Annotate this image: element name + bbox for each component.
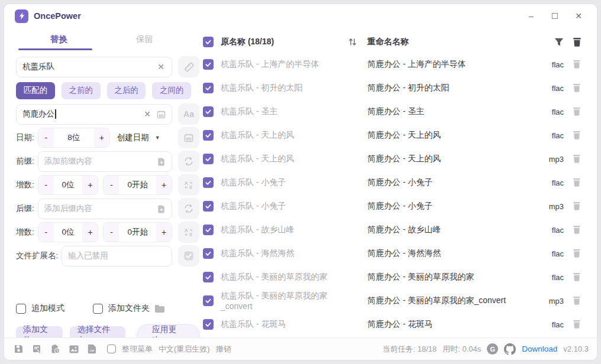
- original-name: 杭盖乐队 - 美丽的草原我的家_convert: [221, 291, 347, 311]
- delete-row-icon[interactable]: [564, 249, 590, 258]
- row-checkbox[interactable]: [203, 225, 214, 235]
- plus-button[interactable]: +: [156, 176, 172, 194]
- date-type-dropdown[interactable]: 创建日期 ▼: [117, 132, 160, 143]
- suffix-input[interactable]: 添加后缀内容: [38, 199, 172, 219]
- increment2-start-stepper: - 0开始 +: [103, 222, 172, 242]
- delete-row-icon[interactable]: [564, 272, 590, 282]
- close-button[interactable]: ✕: [571, 8, 586, 24]
- row-checkbox[interactable]: [203, 154, 214, 164]
- number-sequence-icon-button[interactable]: A0: [178, 174, 199, 196]
- row-checkbox[interactable]: [203, 177, 214, 188]
- delete-row-icon[interactable]: [564, 225, 590, 235]
- file-extension: flac: [533, 226, 564, 235]
- github-icon[interactable]: [504, 343, 516, 355]
- mode-between-button[interactable]: 之间的: [152, 82, 191, 99]
- history-icon[interactable]: [50, 344, 60, 354]
- file-extension: mp3: [533, 297, 564, 306]
- undo-button[interactable]: 撤销: [216, 344, 231, 355]
- extension-toggle-button[interactable]: [178, 245, 199, 266]
- delete-row-icon[interactable]: [564, 178, 590, 187]
- image-icon[interactable]: [69, 344, 79, 354]
- extension-input[interactable]: 输入已禁用: [62, 246, 172, 266]
- row-checkbox[interactable]: [203, 106, 214, 117]
- delete-row-icon[interactable]: [564, 83, 590, 93]
- delete-row-icon[interactable]: [564, 320, 590, 329]
- append-mode-checkbox[interactable]: [16, 304, 26, 314]
- replace-input[interactable]: 简鹿办公 ✕ 12: [16, 104, 172, 125]
- insert-date-button[interactable]: 12: [178, 127, 199, 148]
- organize-menu-checkbox[interactable]: [107, 344, 116, 353]
- mode-after-button[interactable]: 之后的: [107, 82, 146, 99]
- minimize-button[interactable]: –: [524, 8, 539, 24]
- file-extension: flac: [533, 249, 564, 258]
- number-sequence-icon-button[interactable]: A0: [178, 222, 199, 243]
- delete-row-icon[interactable]: [564, 202, 590, 211]
- maximize-button[interactable]: ☐: [547, 8, 563, 24]
- prefix-label: 前缀:: [16, 156, 34, 167]
- save-icon[interactable]: [14, 344, 24, 354]
- app-logo-icon: [15, 9, 28, 23]
- script-log-icon[interactable]: [32, 344, 42, 354]
- row-checkbox[interactable]: [203, 272, 214, 282]
- svg-text:CSV: CSV: [90, 350, 95, 352]
- document-insert-icon[interactable]: [157, 157, 166, 166]
- original-name: 杭盖乐队 - 花斑马: [221, 319, 347, 330]
- search-input[interactable]: 杭盖乐队 ✕: [16, 57, 172, 77]
- original-name: 杭盖乐队 - 上海产的半导体: [221, 59, 347, 70]
- mode-match-button[interactable]: 匹配的: [16, 82, 55, 99]
- minus-button[interactable]: -: [104, 223, 119, 242]
- delete-row-icon[interactable]: [564, 60, 590, 69]
- language-toggle[interactable]: 中文(重启生效): [159, 344, 210, 355]
- filter-icon[interactable]: [533, 38, 564, 47]
- mode-before-button[interactable]: 之前的: [62, 82, 101, 99]
- row-checkbox[interactable]: [203, 295, 214, 306]
- table-row: 杭盖乐队 - 花斑马 简鹿办公 - 花斑马 mp3: [203, 336, 590, 337]
- row-checkbox[interactable]: [203, 201, 214, 212]
- delete-row-icon[interactable]: [564, 296, 590, 306]
- add-folder-checkbox[interactable]: [93, 304, 103, 314]
- sort-icon[interactable]: [347, 37, 367, 47]
- tab-replace[interactable]: 替换: [16, 29, 102, 50]
- text-caret: [55, 109, 56, 119]
- delete-all-icon[interactable]: [564, 37, 590, 47]
- row-checkbox[interactable]: [203, 319, 214, 330]
- document-insert-icon[interactable]: [157, 204, 166, 213]
- csv-export-icon[interactable]: CSV: [88, 344, 96, 354]
- select-all-checkbox[interactable]: [203, 37, 214, 47]
- increment2-digits-stepper: - 0位 +: [38, 222, 99, 242]
- chevron-down-icon: ▼: [155, 135, 160, 141]
- table-row: 杭盖乐队 - 美丽的草原我的家_convert 简鹿办公 - 美丽的草原我的家_…: [203, 289, 590, 313]
- plus-button[interactable]: +: [156, 223, 172, 242]
- file-extension: flac: [533, 60, 564, 69]
- tab-keep[interactable]: 保留: [102, 29, 188, 50]
- gitee-icon[interactable]: G: [487, 343, 498, 355]
- clear-icon[interactable]: ✕: [143, 109, 152, 119]
- prefix-refresh-button[interactable]: [178, 151, 199, 172]
- row-checkbox[interactable]: [203, 130, 214, 141]
- plus-button[interactable]: +: [82, 176, 98, 194]
- case-sensitivity-button[interactable]: Aa: [178, 103, 199, 125]
- download-link[interactable]: Download: [522, 344, 557, 353]
- original-name: 杭盖乐队 - 小兔子: [221, 177, 347, 188]
- suffix-refresh-button[interactable]: [178, 198, 199, 219]
- delete-row-icon[interactable]: [564, 154, 590, 164]
- minus-button[interactable]: -: [38, 176, 54, 194]
- minus-button[interactable]: -: [38, 128, 54, 147]
- increment-label: 增数:: [16, 227, 34, 238]
- plus-button[interactable]: +: [82, 223, 98, 242]
- delete-row-icon[interactable]: [564, 107, 590, 116]
- row-checkbox[interactable]: [203, 248, 214, 259]
- plus-button[interactable]: +: [94, 128, 109, 147]
- ruler-icon-button[interactable]: [178, 56, 199, 77]
- row-checkbox[interactable]: [203, 83, 214, 93]
- clear-icon[interactable]: ✕: [156, 62, 166, 72]
- delete-row-icon[interactable]: [564, 131, 590, 140]
- calendar-icon[interactable]: 12: [157, 110, 166, 119]
- task-counter: 当前任务: 18/18: [383, 344, 437, 355]
- minus-button[interactable]: -: [38, 223, 54, 242]
- row-checkbox[interactable]: [203, 59, 214, 70]
- file-extension: flac: [533, 178, 564, 187]
- prefix-input[interactable]: 添加前缀内容: [38, 151, 172, 172]
- original-name: 杭盖乐队 - 美丽的草原我的家: [221, 272, 347, 282]
- minus-button[interactable]: -: [104, 176, 119, 194]
